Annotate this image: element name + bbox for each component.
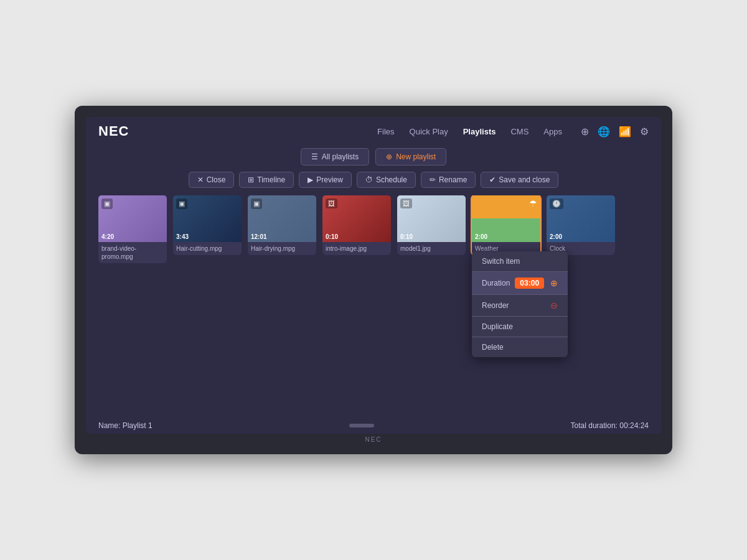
tv-monitor: NEC Files Quick Play Playlists CMS Apps … [75, 106, 672, 454]
thumb-weather: ☂ 2:00 [472, 195, 540, 242]
plus-icon[interactable]: ⊕ [581, 126, 589, 138]
image-icon-4: 🖼 [326, 198, 337, 208]
ctx-duration[interactable]: Duration 03:00 ⊕ [472, 272, 568, 294]
duration-clock: 2:00 [550, 233, 562, 240]
tv-brand-bottom: NEC [86, 434, 661, 443]
ctx-reorder[interactable]: Reorder ⊖ [472, 295, 568, 316]
duration-5: 0:10 [400, 233, 413, 240]
check-icon: ✔ [489, 175, 496, 184]
media-card-1[interactable]: ▣ 4:20 brand-video-promo.mpg [98, 195, 167, 263]
ctx-duplicate[interactable]: Duplicate [472, 317, 568, 337]
gear-icon[interactable]: ⚙ [640, 126, 649, 138]
media-card-4[interactable]: 🖼 0:10 intro-image.jpg [322, 195, 391, 255]
media-card-2[interactable]: ▣ 3:43 Hair-cutting.mpg [173, 195, 242, 255]
media-card-3[interactable]: ▣ 12:01 Hair-drying.mpg [248, 195, 316, 255]
footer-pill [349, 424, 374, 427]
close-button[interactable]: ✕ Close [189, 172, 235, 188]
new-playlist-button[interactable]: ⊕ New playlist [375, 148, 446, 166]
total-duration: Total duration: 00:24:24 [571, 421, 649, 430]
pen-icon: ✏ [430, 175, 436, 184]
video-icon-2: ▣ [176, 198, 187, 209]
thumb-clock: 🕐 2:00 [547, 195, 615, 242]
label-2: Hair-cutting.mpg [173, 242, 242, 255]
ctx-duration-value: 03:00 [515, 278, 544, 289]
nav-quickplay[interactable]: Quick Play [410, 127, 448, 136]
duration-1: 4:20 [101, 233, 114, 240]
context-menu: Switch item Duration 03:00 ⊕ Reorder ⊖ [472, 251, 568, 357]
ctx-minus-icon[interactable]: ⊖ [550, 301, 558, 310]
thumb-2: ▣ 3:43 [173, 195, 242, 242]
label-4: intro-image.jpg [322, 242, 391, 255]
media-card-clock[interactable]: 🕐 2:00 Clock [547, 195, 615, 255]
video-icon-3: ▣ [251, 198, 262, 209]
nav-playlists[interactable]: Playlists [463, 127, 496, 136]
ctx-delete[interactable]: Delete [472, 337, 568, 357]
thumb-3: ▣ 12:01 [248, 195, 316, 242]
rename-button[interactable]: ✏ Rename [421, 172, 476, 188]
playlist-name: Name: Playlist 1 [98, 421, 153, 430]
thumb-5: 🖼 0:10 [397, 195, 466, 242]
ctx-plus-icon[interactable]: ⊕ [550, 278, 558, 288]
media-card-weather[interactable]: ☂ 2:00 Weather Switch item Duration 03:0… [472, 195, 540, 255]
label-5: model1.jpg [397, 242, 466, 255]
clock-thumb-icon: 🕐 [550, 198, 563, 209]
header-icons: ⊕ 🌐 📶 ⚙ [581, 126, 649, 138]
add-icon: ⊕ [386, 152, 392, 161]
playlist-controls: ☰ All playlists ⊕ New playlist [86, 146, 661, 172]
wifi-icon[interactable]: 📶 [619, 126, 631, 138]
list-icon: ☰ [311, 152, 318, 161]
nav-files[interactable]: Files [377, 127, 394, 136]
tv-screen: NEC Files Quick Play Playlists CMS Apps … [86, 117, 661, 434]
nav-apps[interactable]: Apps [543, 127, 562, 136]
nav-cms[interactable]: CMS [510, 127, 529, 136]
thumb-1: ▣ 4:20 [98, 195, 167, 242]
action-bar: ✕ Close ⊞ Timeline ▶ Preview ⏱ Schedule … [86, 172, 661, 195]
nec-logo: NEC [98, 123, 129, 139]
duration-2: 3:43 [176, 233, 189, 240]
timeline-button[interactable]: ⊞ Timeline [239, 172, 294, 188]
globe-icon[interactable]: 🌐 [598, 126, 610, 138]
header: NEC Files Quick Play Playlists CMS Apps … [86, 117, 661, 146]
duration-3: 12:01 [251, 233, 267, 240]
video-icon-1: ▣ [101, 198, 113, 209]
all-playlists-button[interactable]: ☰ All playlists [301, 148, 369, 166]
timeline-icon: ⊞ [248, 175, 254, 184]
thumb-4: 🖼 0:10 [322, 195, 391, 242]
clock-icon: ⏱ [365, 175, 373, 184]
x-icon: ✕ [197, 175, 204, 184]
weather-icon: ☂ [529, 198, 537, 208]
duration-weather: 2:00 [475, 233, 487, 240]
save-close-button[interactable]: ✔ Save and close [481, 172, 558, 188]
play-icon: ▶ [308, 175, 313, 184]
schedule-button[interactable]: ⏱ Schedule [357, 172, 416, 188]
nav-bar: Files Quick Play Playlists CMS Apps [377, 127, 562, 136]
preview-button[interactable]: ▶ Preview [299, 172, 352, 188]
label-3: Hair-drying.mpg [248, 242, 316, 255]
ctx-switch-item[interactable]: Switch item [472, 251, 568, 271]
image-icon-5: 🖼 [400, 198, 412, 208]
footer-center [153, 424, 571, 427]
media-card-5[interactable]: 🖼 0:10 model1.jpg [397, 195, 466, 255]
footer: Name: Playlist 1 Total duration: 00:24:2… [86, 416, 661, 434]
label-1: brand-video-promo.mpg [98, 242, 167, 263]
media-grid: ▣ 4:20 brand-video-promo.mpg ▣ 3:43 Hair… [86, 195, 661, 416]
duration-4: 0:10 [326, 233, 338, 240]
